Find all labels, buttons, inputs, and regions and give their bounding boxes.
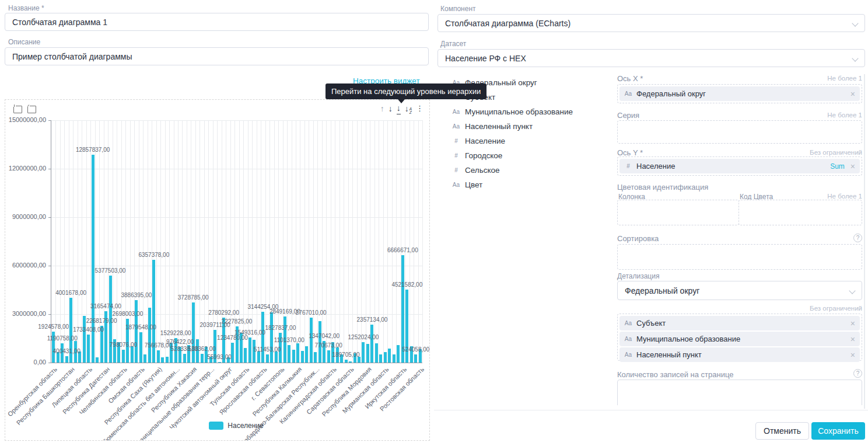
bar[interactable] <box>65 356 68 363</box>
field-name: Сельское <box>465 166 500 175</box>
chip[interactable]: АаМуниципальное образование× <box>620 332 860 346</box>
bar[interactable] <box>192 302 195 363</box>
drill-down-icon[interactable]: ↓ <box>397 102 401 114</box>
color-code-dropzone[interactable] <box>738 200 862 225</box>
widget-toolbar: ↑ ↓ ↓ ↓AZ ⋮ <box>380 102 424 114</box>
chip[interactable]: АаНаселенный пункт× <box>620 347 860 362</box>
bar[interactable] <box>218 362 221 363</box>
bar[interactable] <box>266 354 269 363</box>
bar[interactable] <box>261 312 264 363</box>
bar[interactable] <box>397 345 400 363</box>
legend-item[interactable]: Население <box>51 422 422 430</box>
bar[interactable] <box>292 350 295 363</box>
bar[interactable] <box>87 335 90 363</box>
x-axis-dropzone[interactable]: АаФедеральный округ× <box>617 84 862 103</box>
remove-icon[interactable]: × <box>850 162 855 171</box>
bar[interactable] <box>201 354 204 363</box>
bar-value-label: 770673,00 <box>314 342 342 349</box>
bar[interactable] <box>161 357 164 363</box>
zoom-reset-icon[interactable] <box>27 106 36 113</box>
page-size-input[interactable] <box>617 380 862 405</box>
sort-icon[interactable]: ↓AZ <box>405 103 412 114</box>
sorting-help-icon[interactable]: ? <box>853 234 862 242</box>
field-name: Муниципальное образование <box>465 107 573 116</box>
series-dropzone[interactable] <box>617 120 862 144</box>
page-size-help-icon[interactable]: ? <box>853 369 862 378</box>
dataset-select[interactable]: Население РФ с HEX <box>438 49 865 67</box>
gridline <box>348 120 349 363</box>
bar[interactable] <box>135 300 138 363</box>
remove-icon[interactable]: × <box>850 319 855 328</box>
remove-icon[interactable]: × <box>850 335 855 344</box>
widget-editor: Название * Описание Настроить виджет ↑ ↓… <box>0 0 868 442</box>
bar[interactable] <box>327 350 330 363</box>
bar[interactable] <box>131 346 134 363</box>
series-limit: Не более 1 <box>617 112 862 119</box>
level-down-icon[interactable]: ↓ <box>388 103 393 114</box>
bar[interactable] <box>366 344 369 363</box>
sorting-dropzone[interactable] <box>617 244 862 270</box>
bar[interactable] <box>122 350 125 363</box>
chip-label: Муниципальное образование <box>636 335 740 343</box>
color-column-dropzone[interactable] <box>617 200 739 225</box>
bar[interactable] <box>166 357 169 363</box>
bar[interactable] <box>393 354 396 363</box>
field-item[interactable]: #Население <box>452 134 604 148</box>
zoom-select-icon[interactable] <box>13 106 22 113</box>
bar[interactable] <box>296 343 299 363</box>
field-item[interactable]: АаНаселенный пункт <box>452 119 604 134</box>
detail-dropzone[interactable]: АаСубъект×АаМуниципальное образование×Аа… <box>617 314 862 361</box>
bar[interactable] <box>96 357 99 363</box>
chip[interactable]: АаСубъект× <box>620 316 860 330</box>
field-item[interactable]: АаЦвет <box>452 178 604 192</box>
cancel-button[interactable]: Отменить <box>755 422 809 440</box>
field-item[interactable]: #Сельское <box>452 163 604 178</box>
bar[interactable] <box>384 352 387 363</box>
bar[interactable] <box>414 354 417 363</box>
bar[interactable] <box>275 351 278 363</box>
bar[interactable] <box>375 343 378 363</box>
level-up-icon[interactable]: ↑ <box>380 103 384 114</box>
bar[interactable] <box>148 308 151 363</box>
field-item[interactable]: АаМуниципальное образование <box>452 105 604 119</box>
bar[interactable] <box>362 342 365 363</box>
bar[interactable] <box>301 351 304 363</box>
field-item[interactable]: #Городское <box>452 148 604 163</box>
kebab-menu-icon[interactable]: ⋮ <box>416 103 424 114</box>
y-axis-dropzone[interactable]: #НаселениеSum× <box>617 156 862 176</box>
bar[interactable] <box>345 360 348 363</box>
bar-value-label: 2698003,00 <box>113 311 144 317</box>
remove-icon[interactable]: × <box>850 350 855 360</box>
bar[interactable] <box>157 350 160 363</box>
bar[interactable] <box>249 337 251 363</box>
bar[interactable] <box>244 348 247 363</box>
save-button[interactable]: Сохранить <box>811 422 865 440</box>
page-size-label: Количество записей на странице <box>617 370 733 379</box>
aggregation-badge[interactable]: Sum <box>830 162 845 170</box>
bar[interactable] <box>83 316 86 363</box>
bar[interactable] <box>270 312 273 363</box>
bar[interactable] <box>144 354 146 363</box>
bar[interactable] <box>257 351 260 363</box>
plot-area[interactable]: 0,003000000,006000000,009000000,00120000… <box>51 120 422 363</box>
bar[interactable] <box>370 325 373 363</box>
bar[interactable] <box>310 318 313 363</box>
component-select[interactable]: Столбчатая диаграмма (ECharts) <box>438 14 865 32</box>
gridline <box>257 120 257 363</box>
bar[interactable] <box>349 361 352 363</box>
bar[interactable] <box>139 332 142 363</box>
detail-select[interactable]: Федеральный округ <box>617 281 862 300</box>
bar[interactable] <box>314 352 317 363</box>
remove-icon[interactable]: × <box>850 89 855 99</box>
bar[interactable] <box>183 354 186 363</box>
bar[interactable] <box>305 346 308 363</box>
scrollbar[interactable] <box>864 74 865 409</box>
chip[interactable]: #НаселениеSum× <box>620 159 860 173</box>
chip[interactable]: АаФедеральный округ× <box>620 86 860 101</box>
bar[interactable] <box>379 354 382 363</box>
description-input[interactable] <box>5 47 429 65</box>
bar[interactable] <box>288 345 290 363</box>
name-input[interactable] <box>5 13 429 31</box>
bar[interactable] <box>388 349 391 363</box>
chevron-down-icon <box>849 287 855 294</box>
